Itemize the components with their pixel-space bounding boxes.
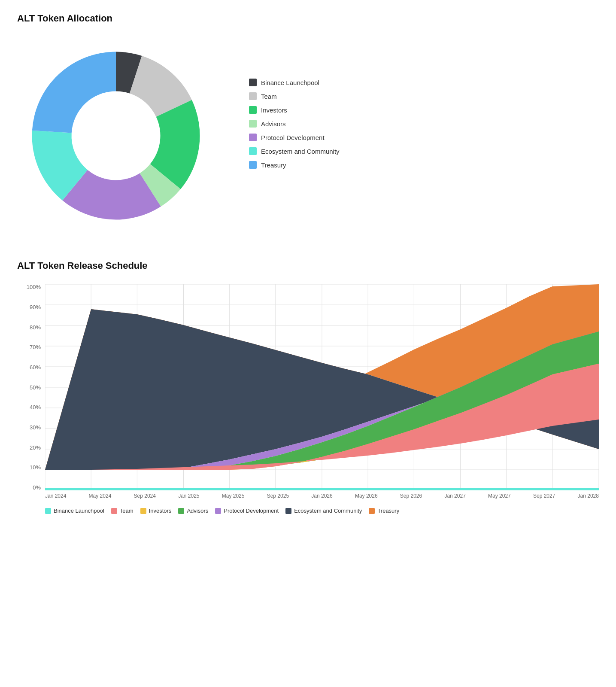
release-section: ALT Token Release Schedule 0%10%20%30%40… (17, 260, 599, 514)
x-axis-label: Jan 2028 (578, 493, 599, 499)
legend-label-treasury: Treasury (261, 161, 286, 169)
legend-label-advisors: Advisors (261, 120, 286, 128)
y-axis-label: 70% (21, 344, 41, 350)
legend-item-team: Team (249, 92, 340, 100)
chart-legend-item-advisors: Advisors (178, 508, 208, 514)
chart-legend-item-treasury: Treasury (369, 508, 399, 514)
chart-legend-item-protocol: Protocol Development (215, 508, 279, 514)
legend-color-team (249, 92, 257, 100)
legend-item-advisors: Advisors (249, 120, 340, 128)
donut-chart (17, 37, 215, 234)
x-axis-label: Sep 2026 (400, 493, 422, 499)
legend-color-binance-launchpool (249, 79, 257, 86)
x-axis-label: May 2024 (89, 493, 112, 499)
x-axis-label: May 2027 (488, 493, 511, 499)
y-axis-label: 20% (21, 445, 41, 450)
x-axis-label: Jan 2026 (311, 493, 332, 499)
y-axis-label: 30% (21, 425, 41, 430)
y-axis-label: 50% (21, 385, 41, 390)
chart-legend-item-investors: Investors (140, 508, 172, 514)
legend-color-ecosystem-community (249, 147, 257, 155)
chart-legend-color-ecosystem (285, 508, 291, 514)
legend-color-investors (249, 106, 257, 114)
chart-legend-item-ecosystem: Ecosystem and Community (285, 508, 362, 514)
legend-label-protocol-development: Protocol Development (261, 134, 325, 141)
chart-legend-label-protocol: Protocol Development (224, 508, 279, 514)
legend-item-binance-launchpool: Binance Launchpool (249, 79, 340, 86)
chart-legend-item-team: Team (111, 508, 134, 514)
chart-legend-label-investors: Investors (149, 508, 172, 514)
donut-legend: Binance LaunchpoolTeamInvestorsAdvisorsP… (249, 79, 340, 169)
chart-legend-color-investors (140, 508, 146, 514)
x-axis-label: Jan 2024 (45, 493, 66, 499)
legend-color-advisors (249, 120, 257, 128)
y-axis-label: 80% (21, 325, 41, 330)
x-axis-label: Sep 2025 (267, 493, 289, 499)
chart-legend-item-binance: Binance Launchpool (45, 508, 104, 514)
legend-label-investors: Investors (261, 106, 287, 114)
chart-legend-color-treasury (369, 508, 375, 514)
x-axis-label: Jan 2025 (178, 493, 199, 499)
legend-label-binance-launchpool: Binance Launchpool (261, 79, 319, 86)
donut-title: ALT Token Allocation (17, 13, 215, 24)
chart-legend-color-protocol (215, 508, 221, 514)
legend-item-treasury: Treasury (249, 161, 340, 169)
legend-item-ecosystem-community: Ecosystem and Community (249, 147, 340, 155)
y-axis-label: 10% (21, 465, 41, 470)
release-title: ALT Token Release Schedule (17, 260, 599, 271)
x-axis-label: Sep 2024 (134, 493, 156, 499)
chart-legend: Binance LaunchpoolTeamInvestorsAdvisorsP… (45, 508, 599, 514)
area-chart-container: 0%10%20%30%40%50%60%70%80%90%100% (21, 284, 599, 514)
chart-legend-label-team: Team (120, 508, 134, 514)
y-axis-label: 100% (21, 284, 41, 290)
x-axis: Jan 2024May 2024Sep 2024Jan 2025May 2025… (45, 493, 599, 499)
area-svg (45, 284, 599, 490)
chart-area (45, 284, 599, 490)
chart-legend-label-ecosystem: Ecosystem and Community (294, 508, 362, 514)
legend-label-ecosystem-community: Ecosystem and Community (261, 148, 340, 155)
chart-legend-color-advisors (178, 508, 184, 514)
area-chart: 0%10%20%30%40%50%60%70%80%90%100% (21, 284, 599, 490)
chart-legend-label-binance: Binance Launchpool (54, 508, 104, 514)
legend-label-team: Team (261, 93, 277, 100)
donut-section: ALT Token Allocation Binance LaunchpoolT… (17, 13, 599, 234)
binance-area (45, 488, 599, 490)
chart-legend-label-advisors: Advisors (187, 508, 208, 514)
y-axis: 0%10%20%30%40%50%60%70%80%90%100% (21, 284, 41, 490)
donut-svg (17, 37, 215, 234)
y-axis-label: 60% (21, 365, 41, 370)
x-axis-label: May 2025 (222, 493, 245, 499)
legend-item-protocol-development: Protocol Development (249, 134, 340, 141)
chart-legend-color-team (111, 508, 117, 514)
legend-color-treasury (249, 161, 257, 169)
x-axis-label: Jan 2027 (444, 493, 465, 499)
donut-segment-treasury (32, 52, 116, 133)
y-axis-label: 0% (21, 485, 41, 490)
y-axis-label: 40% (21, 404, 41, 410)
legend-color-protocol-development (249, 134, 257, 141)
chart-legend-label-treasury: Treasury (377, 508, 399, 514)
chart-legend-color-binance (45, 508, 51, 514)
x-axis-label: Sep 2027 (533, 493, 555, 499)
legend-item-investors: Investors (249, 106, 340, 114)
y-axis-label: 90% (21, 304, 41, 310)
x-axis-label: May 2026 (355, 493, 378, 499)
